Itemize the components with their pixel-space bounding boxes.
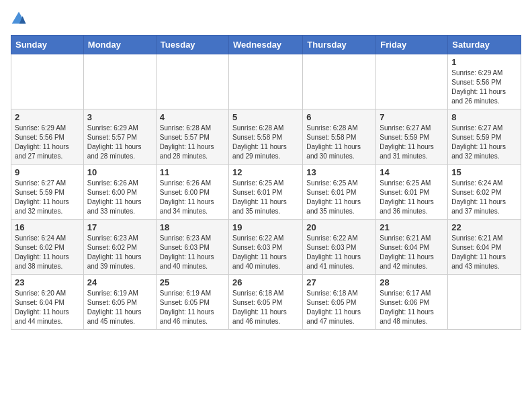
day-number: 22 — [451, 222, 517, 232]
day-header-thursday: Thursday — [303, 36, 376, 54]
day-content: Sunrise: 6:20 AM Sunset: 6:04 PM Dayligh… — [15, 289, 80, 326]
calendar-cell: 6Sunrise: 6:28 AM Sunset: 5:58 PM Daylig… — [303, 109, 376, 165]
day-number: 5 — [232, 112, 299, 122]
calendar-cell: 11Sunrise: 6:26 AM Sunset: 6:00 PM Dayli… — [156, 165, 228, 220]
calendar-week-row: 23Sunrise: 6:20 AM Sunset: 6:04 PM Dayli… — [11, 275, 521, 330]
calendar-cell: 5Sunrise: 6:28 AM Sunset: 5:58 PM Daylig… — [229, 109, 303, 165]
calendar-cell: 1Sunrise: 6:29 AM Sunset: 5:56 PM Daylig… — [448, 54, 521, 109]
day-content: Sunrise: 6:19 AM Sunset: 6:05 PM Dayligh… — [160, 289, 225, 326]
day-content: Sunrise: 6:25 AM Sunset: 6:01 PM Dayligh… — [380, 179, 444, 216]
day-content: Sunrise: 6:27 AM Sunset: 5:59 PM Dayligh… — [380, 124, 444, 161]
calendar-cell: 25Sunrise: 6:19 AM Sunset: 6:05 PM Dayli… — [156, 275, 228, 330]
day-number: 13 — [306, 167, 372, 177]
calendar-cell: 21Sunrise: 6:21 AM Sunset: 6:04 PM Dayli… — [376, 220, 448, 275]
logo — [11, 11, 28, 27]
calendar-cell: 22Sunrise: 6:21 AM Sunset: 6:04 PM Dayli… — [448, 220, 521, 275]
calendar-cell: 15Sunrise: 6:24 AM Sunset: 6:02 PM Dayli… — [448, 165, 521, 220]
day-content: Sunrise: 6:21 AM Sunset: 6:04 PM Dayligh… — [451, 234, 517, 271]
calendar-cell: 9Sunrise: 6:27 AM Sunset: 5:59 PM Daylig… — [11, 165, 84, 220]
day-content: Sunrise: 6:25 AM Sunset: 6:01 PM Dayligh… — [232, 179, 299, 216]
calendar-cell: 27Sunrise: 6:18 AM Sunset: 6:05 PM Dayli… — [303, 275, 376, 330]
calendar-header-row: SundayMondayTuesdayWednesdayThursdayFrid… — [11, 36, 521, 54]
calendar-cell: 19Sunrise: 6:22 AM Sunset: 6:03 PM Dayli… — [229, 220, 303, 275]
day-number: 6 — [306, 112, 372, 122]
calendar-week-row: 9Sunrise: 6:27 AM Sunset: 5:59 PM Daylig… — [11, 165, 521, 220]
day-content: Sunrise: 6:29 AM Sunset: 5:56 PM Dayligh… — [15, 124, 80, 161]
day-content: Sunrise: 6:28 AM Sunset: 5:58 PM Dayligh… — [306, 124, 372, 161]
day-number: 20 — [306, 222, 372, 232]
calendar-cell: 18Sunrise: 6:23 AM Sunset: 6:03 PM Dayli… — [156, 220, 228, 275]
day-header-monday: Monday — [83, 36, 156, 54]
calendar-cell: 4Sunrise: 6:28 AM Sunset: 5:57 PM Daylig… — [156, 109, 228, 165]
day-content: Sunrise: 6:23 AM Sunset: 6:02 PM Dayligh… — [87, 234, 152, 271]
calendar-week-row: 16Sunrise: 6:24 AM Sunset: 6:02 PM Dayli… — [11, 220, 521, 275]
day-content: Sunrise: 6:28 AM Sunset: 5:57 PM Dayligh… — [160, 124, 225, 161]
day-content: Sunrise: 6:18 AM Sunset: 6:05 PM Dayligh… — [232, 289, 299, 326]
day-content: Sunrise: 6:25 AM Sunset: 6:01 PM Dayligh… — [306, 179, 372, 216]
calendar-week-row: 1Sunrise: 6:29 AM Sunset: 5:56 PM Daylig… — [11, 54, 521, 109]
day-content: Sunrise: 6:21 AM Sunset: 6:04 PM Dayligh… — [380, 234, 444, 271]
calendar-cell: 8Sunrise: 6:27 AM Sunset: 5:59 PM Daylig… — [448, 109, 521, 165]
calendar-cell: 3Sunrise: 6:29 AM Sunset: 5:57 PM Daylig… — [83, 109, 156, 165]
day-content: Sunrise: 6:17 AM Sunset: 6:06 PM Dayligh… — [380, 289, 444, 326]
day-content: Sunrise: 6:19 AM Sunset: 6:05 PM Dayligh… — [87, 289, 152, 326]
day-content: Sunrise: 6:22 AM Sunset: 6:03 PM Dayligh… — [306, 234, 372, 271]
day-content: Sunrise: 6:18 AM Sunset: 6:05 PM Dayligh… — [306, 289, 372, 326]
calendar-cell: 17Sunrise: 6:23 AM Sunset: 6:02 PM Dayli… — [83, 220, 156, 275]
day-content: Sunrise: 6:26 AM Sunset: 6:00 PM Dayligh… — [87, 179, 152, 216]
day-number: 14 — [380, 167, 444, 177]
calendar-cell — [11, 54, 84, 109]
page-header — [11, 11, 521, 27]
calendar-cell — [229, 54, 303, 109]
calendar-cell: 28Sunrise: 6:17 AM Sunset: 6:06 PM Dayli… — [376, 275, 448, 330]
day-content: Sunrise: 6:26 AM Sunset: 6:00 PM Dayligh… — [160, 179, 225, 216]
day-header-wednesday: Wednesday — [229, 36, 303, 54]
day-number: 18 — [160, 222, 225, 232]
calendar-cell — [376, 54, 448, 109]
day-header-tuesday: Tuesday — [156, 36, 228, 54]
day-content: Sunrise: 6:23 AM Sunset: 6:03 PM Dayligh… — [160, 234, 225, 271]
day-number: 11 — [160, 167, 225, 177]
day-content: Sunrise: 6:27 AM Sunset: 5:59 PM Dayligh… — [451, 124, 517, 161]
calendar-table: SundayMondayTuesdayWednesdayThursdayFrid… — [11, 35, 521, 330]
day-number: 2 — [15, 112, 80, 122]
day-content: Sunrise: 6:27 AM Sunset: 5:59 PM Dayligh… — [15, 179, 80, 216]
day-number: 9 — [15, 167, 80, 177]
day-number: 17 — [87, 222, 152, 232]
day-number: 27 — [306, 277, 372, 287]
day-content: Sunrise: 6:29 AM Sunset: 5:57 PM Dayligh… — [87, 124, 152, 161]
day-content: Sunrise: 6:22 AM Sunset: 6:03 PM Dayligh… — [232, 234, 299, 271]
calendar-cell: 10Sunrise: 6:26 AM Sunset: 6:00 PM Dayli… — [83, 165, 156, 220]
day-number: 23 — [15, 277, 80, 287]
day-number: 15 — [451, 167, 517, 177]
day-number: 7 — [380, 112, 444, 122]
day-number: 1 — [451, 57, 517, 67]
day-header-saturday: Saturday — [448, 36, 521, 54]
calendar-week-row: 2Sunrise: 6:29 AM Sunset: 5:56 PM Daylig… — [11, 109, 521, 165]
day-number: 3 — [87, 112, 152, 122]
calendar-cell — [83, 54, 156, 109]
calendar-cell: 23Sunrise: 6:20 AM Sunset: 6:04 PM Dayli… — [11, 275, 84, 330]
day-number: 8 — [451, 112, 517, 122]
day-number: 12 — [232, 167, 299, 177]
day-header-friday: Friday — [376, 36, 448, 54]
day-number: 26 — [232, 277, 299, 287]
day-content: Sunrise: 6:24 AM Sunset: 6:02 PM Dayligh… — [15, 234, 80, 271]
day-number: 21 — [380, 222, 444, 232]
day-number: 10 — [87, 167, 152, 177]
calendar-cell: 26Sunrise: 6:18 AM Sunset: 6:05 PM Dayli… — [229, 275, 303, 330]
calendar-cell: 16Sunrise: 6:24 AM Sunset: 6:02 PM Dayli… — [11, 220, 84, 275]
day-number: 28 — [380, 277, 444, 287]
calendar-cell: 2Sunrise: 6:29 AM Sunset: 5:56 PM Daylig… — [11, 109, 84, 165]
calendar-cell: 24Sunrise: 6:19 AM Sunset: 6:05 PM Dayli… — [83, 275, 156, 330]
day-number: 4 — [160, 112, 225, 122]
day-number: 24 — [87, 277, 152, 287]
calendar-cell — [303, 54, 376, 109]
day-content: Sunrise: 6:24 AM Sunset: 6:02 PM Dayligh… — [451, 179, 517, 216]
calendar-cell: 7Sunrise: 6:27 AM Sunset: 5:59 PM Daylig… — [376, 109, 448, 165]
calendar-cell: 13Sunrise: 6:25 AM Sunset: 6:01 PM Dayli… — [303, 165, 376, 220]
calendar-cell: 12Sunrise: 6:25 AM Sunset: 6:01 PM Dayli… — [229, 165, 303, 220]
logo-icon — [11, 11, 27, 27]
calendar-cell: 14Sunrise: 6:25 AM Sunset: 6:01 PM Dayli… — [376, 165, 448, 220]
day-content: Sunrise: 6:28 AM Sunset: 5:58 PM Dayligh… — [232, 124, 299, 161]
